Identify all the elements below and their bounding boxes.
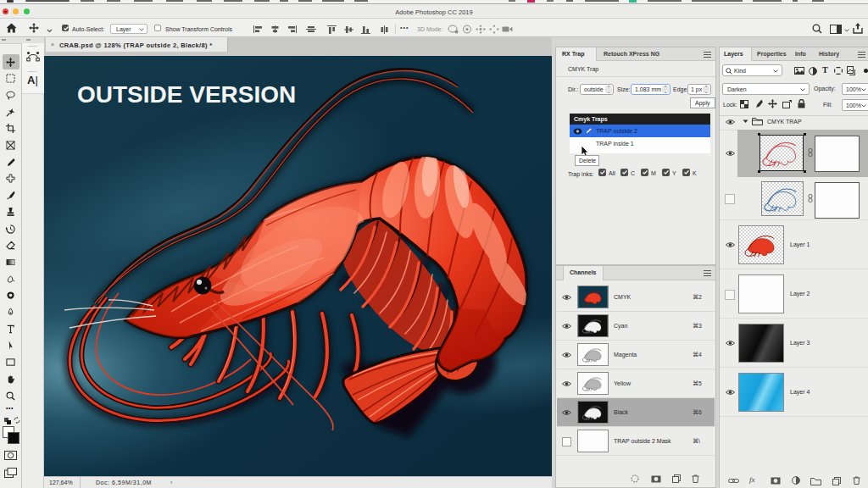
svg-text:OUTSIDE VERSION: OUTSIDE VERSION: [77, 81, 296, 108]
